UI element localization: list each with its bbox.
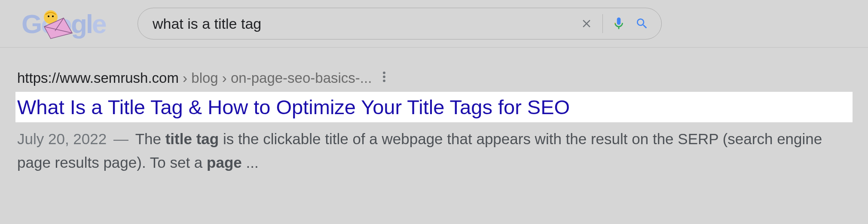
result-url-domain: https://www.semrush.com (17, 70, 179, 86)
svg-point-5 (383, 79, 385, 82)
close-icon (580, 17, 593, 30)
microphone-icon (611, 16, 626, 31)
result-more-button[interactable] (379, 68, 389, 88)
snippet-bold-1: title tag (165, 130, 219, 147)
more-vertical-icon (382, 71, 386, 83)
snippet-bold-2: page (207, 154, 242, 171)
search-result: https://www.semrush.com › blog › on-page… (0, 48, 868, 174)
search-button[interactable] (630, 12, 654, 35)
breadcrumb-row: https://www.semrush.com › blog › on-page… (17, 68, 851, 88)
svg-point-4 (383, 76, 385, 78)
clear-search-button[interactable] (575, 12, 598, 35)
svg-point-3 (383, 72, 385, 74)
voice-search-button[interactable] (607, 12, 630, 35)
snippet-text-post: ... (242, 154, 259, 171)
result-url-path: › blog › on-page-seo-basics-... (179, 70, 372, 86)
svg-point-2 (52, 15, 54, 17)
snippet-dash: — (109, 130, 132, 147)
svg-point-1 (48, 15, 49, 17)
search-bar (138, 8, 662, 39)
result-snippet: July 20, 2022 — The title tag is the cli… (17, 127, 851, 174)
result-title-link[interactable]: What Is a Title Tag & How to Optimize Yo… (15, 92, 853, 122)
search-header: Google (0, 0, 868, 48)
snippet-text-pre: The (135, 130, 165, 147)
result-url[interactable]: https://www.semrush.com › blog › on-page… (17, 69, 372, 88)
logo-doodle-icon (42, 9, 76, 39)
search-divider (602, 14, 603, 33)
search-input[interactable] (153, 15, 575, 32)
google-logo[interactable]: Google (21, 9, 107, 39)
search-icon (635, 17, 649, 30)
snippet-date: July 20, 2022 (17, 130, 107, 147)
